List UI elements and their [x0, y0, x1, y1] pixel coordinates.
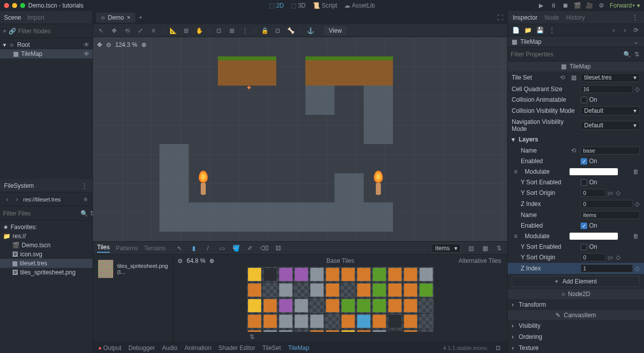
transform-section[interactable]: ›Transform [508, 299, 644, 310]
tiles-zoom-value[interactable]: 64.8 % [187, 257, 205, 264]
play-icon[interactable]: ▶ [537, 2, 545, 10]
spinner-icon[interactable]: ◇ [615, 254, 621, 261]
highlight-layer-icon[interactable]: ▤ [467, 244, 475, 252]
move-tool-icon[interactable]: ✥ [110, 27, 118, 35]
ysortorigin-input[interactable] [581, 189, 606, 197]
debugger-tab[interactable]: Debugger [128, 344, 155, 351]
ysort-checkbox[interactable] [581, 179, 587, 186]
pause-icon[interactable]: ⏸ [549, 2, 557, 10]
navvis-dropdown[interactable]: Default▾ [581, 121, 640, 130]
scene-filter-input[interactable] [18, 28, 94, 35]
bucket-tool-icon[interactable]: 🪣 [232, 244, 240, 252]
zindex-input[interactable] [581, 200, 633, 208]
layer-selector[interactable]: items▾ [432, 244, 461, 253]
sort-tiles-icon[interactable]: ⇅ [248, 333, 256, 341]
patterns-tab[interactable]: Patterns [116, 245, 138, 252]
drag-handle-icon[interactable]: ≡ [512, 168, 520, 176]
history-tab[interactable]: History [566, 14, 585, 21]
collapse-icon[interactable]: ▾ [3, 41, 6, 48]
inspector-tab[interactable]: Inspector [513, 14, 537, 21]
revert-icon[interactable]: ⟲ [558, 74, 567, 82]
window-maximize[interactable] [20, 3, 25, 8]
view-dropdown[interactable]: View [324, 26, 347, 35]
ordering-section[interactable]: ›Ordering [508, 331, 644, 342]
shader-tab[interactable]: Shader Editor [218, 344, 255, 351]
filesystem-more-icon[interactable]: ⋮ [80, 182, 89, 190]
list-tool-icon[interactable]: ≡ [149, 27, 157, 35]
spritesheet-view[interactable] [174, 267, 507, 332]
section-tilemap[interactable]: ▦ TileMap [508, 61, 644, 72]
layers-section[interactable]: ▾Layers [508, 134, 644, 145]
viewport-move-icon[interactable]: ✥ [97, 41, 102, 48]
load-resource-icon[interactable]: 📁 [524, 26, 532, 34]
smart-snap-icon[interactable]: ⊠ [228, 27, 236, 35]
stop-icon[interactable]: ⏹ [561, 2, 570, 10]
snap-tool-icon[interactable]: ⊞ [182, 27, 190, 35]
favorites-row[interactable]: ★ Favorites: [0, 223, 93, 232]
rect-tool-icon[interactable]: ▭ [218, 244, 226, 252]
section-canvasitem[interactable]: ✎ CanvasItem [508, 310, 644, 320]
ysortorigin-input[interactable] [581, 253, 606, 261]
filesystem-tab[interactable]: FileSystem [4, 182, 34, 189]
anchor-icon[interactable]: ⚓ [307, 27, 315, 35]
line-tool-icon[interactable]: / [204, 244, 212, 252]
tiles-tab[interactable]: Tiles [97, 244, 110, 253]
collvis-dropdown[interactable]: Default▾ [581, 106, 640, 115]
ruler-tool-icon[interactable]: 📐 [169, 27, 177, 35]
rotate-tool-icon[interactable]: ⟲ [123, 27, 131, 35]
filter-options-icon[interactable]: ⇅ [633, 50, 641, 58]
section-node2d[interactable]: ○ Node2D [508, 289, 644, 299]
add-element-button[interactable]: +Add Element [512, 276, 640, 287]
mode-script[interactable]: 📜 Script [312, 2, 337, 9]
delete-layer-icon[interactable]: 🗑 [632, 168, 640, 176]
distraction-free-icon[interactable]: ⛶ [496, 14, 504, 22]
enabled-checkbox[interactable]: ✓ [581, 158, 587, 165]
drag-handle-icon[interactable]: ≡ [512, 232, 520, 240]
mode-3d[interactable]: ⬚ 3D [291, 2, 305, 9]
mode-2d[interactable]: ⬚ 2D [269, 2, 284, 9]
zoom-value[interactable]: 124.3 % [115, 41, 137, 48]
pan-tool-icon[interactable]: ✋ [195, 27, 203, 35]
group-icon[interactable]: ⊡ [274, 27, 282, 35]
res-folder[interactable]: 📁 res:// [0, 232, 93, 241]
collanim-checkbox[interactable] [581, 97, 587, 103]
grid-snap-icon[interactable]: ⊡ [215, 27, 223, 35]
scene-tab-demo[interactable]: ○ Demo × [96, 13, 135, 23]
scale-tool-icon[interactable]: ⤢ [136, 27, 144, 35]
toggle-icon[interactable]: ⇅ [495, 244, 503, 252]
grid-icon[interactable]: ▦ [481, 244, 489, 252]
zoom-in-icon[interactable]: ⊕ [209, 257, 214, 264]
new-resource-icon[interactable]: 📄 [512, 26, 520, 34]
search-icon[interactable]: 🔍 [623, 50, 631, 58]
paint-tool-icon[interactable]: ▮ [190, 244, 198, 252]
instance-icon[interactable]: 🔗 [9, 27, 16, 35]
render-icon[interactable]: ⚙ [598, 2, 606, 10]
props-filter-input[interactable] [511, 51, 621, 58]
file-item[interactable]: 🖼tiles_spritesheet.png [0, 268, 93, 277]
file-item[interactable]: 🖼icon.svg [0, 250, 93, 259]
forward-icon[interactable]: › [13, 195, 21, 203]
ysort-checkbox[interactable] [581, 244, 587, 250]
bone-icon[interactable]: 🦴 [287, 27, 295, 35]
visibility-icon[interactable]: 👁 [84, 50, 90, 57]
spinner-icon[interactable]: ◇ [635, 86, 640, 93]
zoom-out-icon[interactable]: ⊖ [178, 257, 183, 264]
resource-more-icon[interactable]: ⋮ [548, 26, 556, 34]
tileset-dropdown[interactable]: tileset.tres▾ [581, 73, 640, 82]
texture-section[interactable]: ›Texture [508, 342, 644, 353]
delete-layer-icon[interactable]: 🗑 [632, 232, 640, 240]
refresh-icon[interactable]: ⟳ [632, 26, 640, 34]
new-tab-icon[interactable]: + [136, 14, 144, 22]
atlas-item[interactable]: tiles_spritesheet.png (I... [96, 258, 170, 280]
edit-icon[interactable]: ▦ [570, 74, 578, 82]
visibility-section[interactable]: ›Visibility [508, 320, 644, 331]
inspector-more-icon[interactable]: ⋮ [631, 14, 639, 22]
files-filter-input[interactable] [3, 210, 78, 217]
select-tool-icon[interactable]: ↖ [97, 27, 105, 35]
search-icon[interactable]: 🔍 [80, 209, 88, 218]
spinner-icon[interactable]: ◇ [615, 189, 621, 196]
tileset-tab[interactable]: TileSet [262, 344, 281, 351]
spinner-icon[interactable]: ◇ [635, 265, 640, 272]
picker-tool-icon[interactable]: ✐ [246, 244, 254, 252]
revert-icon[interactable]: ⟲ [570, 147, 578, 155]
